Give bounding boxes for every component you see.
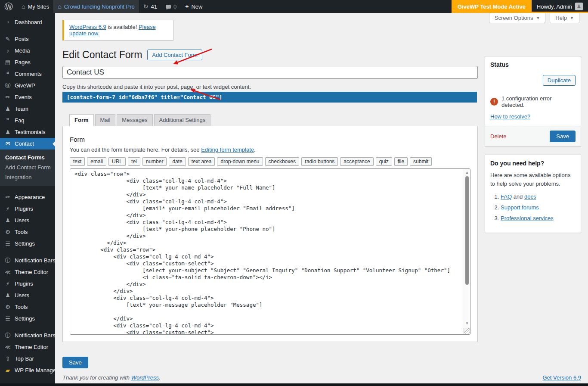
add-contact-form-button[interactable]: Add Contact Form	[147, 50, 202, 60]
sidebar-item[interactable]: ✑ Appearance	[0, 191, 55, 203]
wordpress-version-link[interactable]: WordPress 6.9	[69, 24, 106, 30]
submenu-item[interactable]: Add Contact Form	[0, 162, 55, 172]
theme-editor-icon: ≪	[4, 269, 11, 275]
sidebar-item[interactable]: ✎ Posts	[0, 33, 55, 45]
sidebar-item[interactable]: ≪ Theme Editor	[0, 341, 55, 353]
sidebar-item[interactable]: ❝ Comments	[0, 68, 55, 80]
tag-generator-buttons: text email URL tel number date text ar	[70, 157, 470, 166]
updates-menu[interactable]: ↻ 41	[139, 0, 161, 13]
tag-generator-button[interactable]: tel	[128, 157, 140, 166]
status-save-button[interactable]: Save	[550, 131, 576, 142]
editor-scrollbar[interactable]: ▲ ▼	[464, 169, 470, 334]
sidebar-item[interactable]: ♪ Media	[0, 45, 55, 56]
help-link[interactable]: docs	[524, 193, 536, 200]
sidebar-item[interactable]: ⓘ Notification Bars	[0, 255, 55, 266]
sidebar-item[interactable]: ⚡ Plugins	[0, 203, 55, 215]
comments-menu[interactable]: 0	[161, 0, 181, 13]
tag-generator-button[interactable]: drop-down menu	[217, 157, 263, 166]
sidebar-item[interactable]: ▤ Pages	[0, 56, 55, 68]
sidebar-item[interactable]: ♟ Users	[0, 215, 55, 226]
shortcode-value[interactable]: [contact-form-7 id="6dba7f6" title="Cont…	[62, 92, 477, 103]
submenu-item[interactable]: Contact Forms	[0, 153, 55, 162]
form-title-input[interactable]	[62, 66, 478, 79]
submenu-item[interactable]: Integration	[0, 172, 55, 182]
wordpress-logo-icon[interactable]: Ⓦ	[0, 0, 17, 13]
help-link[interactable]: FAQ	[501, 193, 512, 200]
tag-generator-button[interactable]: acceptance	[340, 157, 373, 166]
tag-generator-button[interactable]: submit	[410, 157, 432, 166]
sidebar-item[interactable]: Ⓖ GiveWP	[0, 80, 55, 91]
sidebar-item-label: Tools	[15, 229, 28, 235]
tag-generator-button[interactable]: text	[70, 157, 85, 166]
sidebar-item[interactable]: ✉ Contact	[0, 138, 55, 149]
tab[interactable]: Additional Settings	[154, 114, 211, 126]
duplicate-button[interactable]: Duplicate	[543, 75, 576, 86]
get-version-link[interactable]: Get Version 6.9	[542, 374, 581, 381]
sidebar-item[interactable]: ⚡ Plugins	[0, 278, 55, 290]
notice-text: is available!	[106, 24, 139, 30]
tab[interactable]: Mail	[95, 114, 116, 126]
editor-tabs: Form Mail Messages Additional Settings	[69, 114, 478, 126]
sidebar-item[interactable]: ▰ WP File Manager	[0, 364, 55, 376]
new-content-menu[interactable]: + New	[181, 0, 207, 13]
comments-icon: ❝	[4, 71, 11, 77]
sidebar-item[interactable]: ⇧ Top Bar	[0, 353, 55, 364]
sidebar-menu-bottom: ✑ Appearance ⚡ Plugins ♟ Users ⚙ Tools	[0, 191, 55, 376]
my-sites-menu[interactable]: ⌂ My Sites	[17, 0, 53, 13]
help-link[interactable]: Support forums	[501, 204, 539, 211]
sidebar-item[interactable]: ☰ Settings	[0, 238, 55, 249]
faq-icon: ❞	[4, 117, 11, 124]
sidebar-item[interactable]: ≪ Theme Editor	[0, 266, 55, 278]
textarea-resize-grip[interactable]	[464, 328, 470, 334]
form-template-editor[interactable]: <div class="row"> <div class="col-lg-4 c…	[70, 168, 470, 335]
tag-generator-button[interactable]: number	[142, 157, 167, 166]
pushpin-icon: ✎	[4, 36, 11, 42]
form-template-code[interactable]: <div class="row"> <div class="col-lg-4 c…	[70, 169, 470, 335]
tag-generator-button[interactable]: date	[169, 157, 186, 166]
sidebar-item[interactable]: ♟ Team	[0, 103, 55, 115]
tag-generator-button[interactable]: email	[87, 157, 106, 166]
wordpress-link[interactable]: WordPress	[131, 374, 159, 381]
help-link[interactable]: Professional services	[501, 215, 554, 221]
sidebar-item[interactable]: ☰ Settings	[0, 313, 55, 324]
scrollbar-thumb[interactable]	[465, 176, 469, 285]
account-menu[interactable]: Howdy, Admin ♟	[532, 0, 588, 13]
screen-options-button[interactable]: Screen Options ▼	[489, 13, 546, 23]
sidebar-item-label: Plugins	[15, 280, 33, 287]
update-icon: ↻	[143, 3, 149, 10]
sidebar-menu-top: ◔ Dashboard ✎ Posts ♪ Media ▤ Pages	[0, 13, 55, 149]
contact-submenu: Contact Forms Add Contact Form Integrati…	[0, 149, 55, 186]
help-button[interactable]: Help ▼	[550, 13, 579, 23]
plugins-icon: ⚡	[4, 280, 11, 287]
tag-generator-button[interactable]: URL	[108, 157, 126, 166]
sidebar-item-label: Team	[15, 106, 28, 112]
scroll-up-icon[interactable]: ▲	[464, 171, 470, 174]
tag-generator-button[interactable]: quiz	[376, 157, 392, 166]
save-button[interactable]: Save	[62, 357, 88, 368]
tag-generator-button[interactable]: radio buttons	[301, 157, 338, 166]
tag-generator-button[interactable]: checkboxes	[265, 157, 299, 166]
sidebar-item[interactable]: ♟ Users	[0, 290, 55, 301]
current-site-menu[interactable]: ⌂ Crowd funding Nonprofit Pro	[53, 0, 139, 13]
scroll-down-icon[interactable]: ▼	[464, 321, 470, 325]
sidebar-item[interactable]: ❞ Faq	[0, 115, 55, 126]
sidebar-item[interactable]: ⚙ Tools	[0, 226, 55, 238]
sidebar-item[interactable]: ✏ Events	[0, 91, 55, 103]
editing-form-template-link[interactable]: Editing form template	[201, 146, 254, 153]
users-icon: ♟	[4, 292, 11, 299]
wordpress-admin-page: Ⓦ ⌂ My Sites ⌂ Crowd funding Nonprofit P…	[0, 0, 588, 386]
how-to-resolve-link[interactable]: How to resolve?	[490, 113, 530, 120]
help-links-list: FAQ and docs Support forums Professional…	[501, 193, 576, 221]
sidebar-item[interactable]: ♟ Testimonials	[0, 126, 55, 138]
sidebar-item[interactable]: ⓘ Notification Bars	[0, 330, 55, 341]
sidebar-item[interactable]: ◔ Dashboard	[0, 16, 55, 28]
error-icon: !	[490, 98, 498, 106]
page-title: Edit Contact Form	[62, 49, 142, 61]
tab[interactable]: Form	[69, 114, 94, 126]
sidebar-item[interactable]: ⚙ Tools	[0, 301, 55, 313]
tab[interactable]: Messages	[117, 114, 152, 126]
tag-generator-button[interactable]: text area	[188, 157, 215, 166]
delete-link[interactable]: Delete	[490, 133, 507, 140]
givewp-test-mode-badge[interactable]: GiveWP Test Mode Active	[452, 0, 532, 13]
tag-generator-button[interactable]: file	[394, 157, 408, 166]
